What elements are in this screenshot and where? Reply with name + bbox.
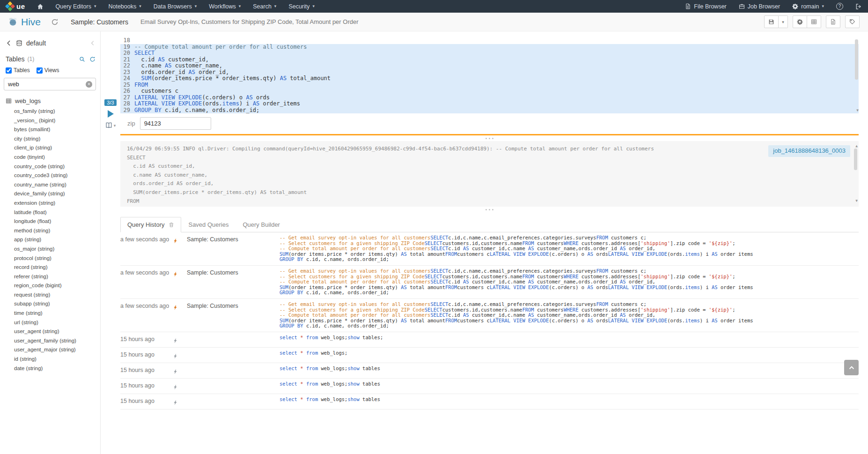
hue-logo[interactable]: ue [0, 0, 31, 13]
column-item[interactable]: date (string) [0, 364, 100, 373]
history-query-name[interactable] [187, 335, 280, 336]
user-menu[interactable]: romain▾ [786, 0, 830, 13]
history-query-name[interactable] [187, 350, 280, 351]
history-query-name[interactable]: Sample: Customers [187, 302, 280, 309]
tab-query-history[interactable]: Query History [120, 217, 181, 232]
table-item-web-logs[interactable]: web_logs [0, 97, 100, 104]
column-item[interactable]: id (string) [0, 355, 100, 364]
settings-button[interactable] [793, 15, 807, 28]
history-row[interactable]: 15 hours ago select * from web_logs; [120, 348, 859, 363]
history-query-name[interactable]: Sample: Customers [187, 268, 280, 276]
filter-tables-checkbox[interactable]: Tables [6, 67, 30, 74]
back-chevron-icon[interactable] [6, 40, 12, 46]
column-item[interactable]: record (string) [0, 263, 100, 272]
save-dropdown-button[interactable]: ▾ [779, 15, 788, 28]
column-item[interactable]: country_code (string) [0, 162, 100, 171]
execute-button[interactable] [108, 110, 114, 118]
tags-button[interactable] [845, 15, 860, 28]
schedule-button[interactable] [807, 15, 821, 28]
column-item[interactable]: subapp (string) [0, 299, 100, 309]
column-item[interactable]: time (string) [0, 309, 100, 318]
menu-search[interactable]: Search▾ [247, 0, 282, 13]
sign-out-button[interactable] [849, 0, 868, 13]
column-item[interactable]: _version_ (bigint) [0, 116, 100, 126]
history-query-name[interactable]: Sample: Customers [187, 235, 280, 243]
document-button[interactable] [826, 15, 840, 28]
tab-saved-queries[interactable]: Saved Queries [181, 217, 235, 232]
column-item[interactable]: region_code (bigint) [0, 281, 100, 290]
column-item[interactable]: user_agent_major (string) [0, 345, 100, 355]
scroll-to-top-button[interactable] [844, 360, 859, 375]
column-item[interactable]: protocol (string) [0, 254, 100, 263]
code-editor[interactable]: 18 19-- Compute total amount per order f… [120, 37, 859, 113]
column-item[interactable]: extension (string) [0, 199, 100, 208]
column-item[interactable]: user_agent_family (string) [0, 336, 100, 346]
home-button[interactable] [31, 0, 50, 13]
column-item[interactable]: bytes (smallint) [0, 125, 100, 134]
column-item[interactable]: country_name (string) [0, 180, 100, 190]
column-item[interactable]: longitude (float) [0, 217, 100, 226]
column-item[interactable]: device_family (string) [0, 189, 100, 199]
column-item[interactable]: os_family (string) [0, 107, 100, 116]
column-item[interactable]: method (string) [0, 226, 100, 236]
column-item[interactable]: city (string) [0, 134, 100, 144]
search-icon[interactable] [79, 56, 85, 62]
table-search-input[interactable] [4, 78, 96, 90]
history-row[interactable]: 15 hours ago select * from web_logs;show… [120, 394, 859, 409]
history-row[interactable]: a few seconds ago Sample: Customers -- G… [120, 266, 859, 299]
resize-handle[interactable] [120, 207, 859, 212]
job-browser-link[interactable]: Job Browser [733, 0, 786, 13]
database-name[interactable]: default [26, 39, 46, 47]
column-item[interactable]: url (string) [0, 318, 100, 327]
scroll-down-icon[interactable]: ▼ [856, 107, 859, 114]
menu-data-browsers[interactable]: Data Browsers▾ [147, 0, 203, 13]
tab-query-builder[interactable]: Query Builder [235, 217, 287, 232]
history-sql-preview[interactable]: select * from web_logs;show tables [280, 366, 859, 372]
history-query-name[interactable] [187, 397, 280, 398]
history-row[interactable]: 15 hours ago select * from web_logs;show… [120, 379, 859, 394]
help-button[interactable]: ? [830, 0, 849, 13]
history-sql-preview[interactable]: select * from web_logs;show tables; [280, 335, 859, 341]
resize-handle[interactable] [120, 135, 859, 141]
history-row[interactable]: a few seconds ago Sample: Customers -- G… [120, 232, 859, 266]
variable-input[interactable] [140, 117, 211, 130]
history-row[interactable]: 15 hours ago select * from web_logs;show… [120, 363, 859, 379]
history-sql-preview[interactable]: select * from web_logs;show tables [280, 381, 859, 387]
job-link[interactable]: job_1461888648136_0003 [768, 145, 850, 157]
column-item[interactable]: client_ip (string) [0, 143, 100, 153]
history-sql-preview[interactable]: -- Get email survey opt-in values for al… [280, 302, 859, 329]
column-item[interactable]: user_agent (string) [0, 327, 100, 336]
file-browser-link[interactable]: File Browser [679, 0, 732, 13]
history-sql-preview[interactable]: select * from web_logs; [280, 350, 859, 356]
menu-security[interactable]: Security▾ [282, 0, 321, 13]
query-history-icon[interactable] [51, 18, 59, 26]
column-item[interactable]: country_code3 (string) [0, 171, 100, 180]
history-query-name[interactable] [187, 381, 280, 382]
column-item[interactable]: request (string) [0, 290, 100, 300]
column-item[interactable]: latitude (float) [0, 208, 100, 217]
menu-workflows[interactable]: Workflows▾ [203, 0, 247, 13]
history-sql-preview[interactable]: -- Get email survey opt-in values for al… [280, 268, 859, 296]
trash-icon[interactable] [169, 222, 174, 228]
views-checkbox-input[interactable] [37, 67, 43, 74]
assist-docs-button[interactable]: ▾ [105, 122, 116, 129]
log-scrollbar[interactable]: ▲▼ [853, 142, 858, 206]
clear-search-icon[interactable]: × [86, 81, 92, 88]
menu-query-editors[interactable]: Query Editors▾ [50, 0, 103, 13]
history-row[interactable]: 15 hours ago select * from web_logs;show… [120, 332, 859, 348]
column-item[interactable]: app (string) [0, 235, 100, 245]
history-sql-preview[interactable]: -- Get email survey opt-in values for al… [280, 235, 859, 262]
history-query-name[interactable] [187, 366, 280, 367]
scroll-down-icon[interactable]: ▼ [855, 197, 858, 206]
save-button[interactable] [764, 15, 779, 28]
history-sql-preview[interactable]: select * from web_logs;show tables [280, 397, 859, 402]
collapse-panel-icon[interactable] [90, 40, 96, 46]
refresh-icon[interactable] [89, 56, 96, 62]
app-name[interactable]: Hive [21, 16, 41, 28]
filter-views-checkbox[interactable]: Views [37, 67, 59, 74]
tables-checkbox-input[interactable] [6, 67, 12, 74]
history-row[interactable]: a few seconds ago Sample: Customers -- G… [120, 299, 859, 332]
column-item[interactable]: os_major (string) [0, 245, 100, 254]
column-item[interactable]: code (tinyint) [0, 153, 100, 162]
editor-scrollbar[interactable]: ▼ [854, 37, 859, 113]
